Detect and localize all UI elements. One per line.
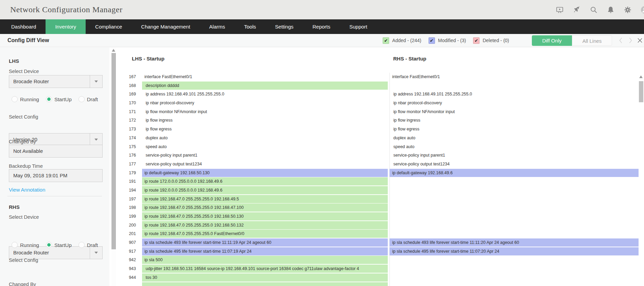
line-number: 194 xyxy=(0,186,136,194)
rhs-line xyxy=(389,177,639,186)
next-diff-icon[interactable] xyxy=(626,36,634,44)
diff-row: 198ip route 192.168.47.0 255.255.255.0 1… xyxy=(0,203,639,212)
diff-row: 170 ip nbar protocol-discovery ip nbar p… xyxy=(0,99,639,108)
nav-tab-reports[interactable]: Reports xyxy=(303,19,340,34)
diff-row: 167interface FastEthernet0/1interface Fa… xyxy=(0,73,639,82)
nav-tab-alarms[interactable]: Alarms xyxy=(200,19,235,34)
nav-tab-tools[interactable]: Tools xyxy=(234,19,265,34)
line-number: 168 xyxy=(0,82,136,90)
line-number: 174 xyxy=(0,134,136,142)
line-number: 944 xyxy=(0,273,136,282)
rhs-line: service-policy output test1234 xyxy=(389,160,639,169)
legend-item: ✔Deleted - (0) xyxy=(473,37,509,44)
lhs-line: ip sla 500 xyxy=(142,256,388,265)
line-number: 172 xyxy=(0,116,136,124)
view-mode-toggle: Diff Only All Lines xyxy=(532,35,612,46)
lhs-line: ip route 192.168.47.0 255.255.255.0 Fast… xyxy=(142,230,388,238)
line-number: 173 xyxy=(0,125,136,133)
diff-row: 172 ip flow ingress ip flow ingress xyxy=(0,116,639,125)
user-avatar[interactable] xyxy=(641,6,644,14)
previous-diff-icon[interactable] xyxy=(617,36,625,44)
line-number: 176 xyxy=(0,151,136,159)
scrollbar-thumb[interactable] xyxy=(639,81,643,102)
legend-label: Deleted - (0) xyxy=(483,38,509,43)
line-number: 199 xyxy=(0,212,136,220)
diff-row: 197ip route 192.168.47.0 255.255.255.0 1… xyxy=(0,195,639,204)
rocket-launch-icon[interactable] xyxy=(573,6,581,14)
diff-toolbar: Config Diff View ✔Added - (244)✔Modified… xyxy=(0,34,644,47)
lhs-panel-header: LHS - Startup xyxy=(132,56,164,61)
all-lines-button[interactable]: All Lines xyxy=(572,35,612,46)
title-bar: Network Configuration Manager xyxy=(0,0,644,19)
diff-row: 169 ip address 192.168.49.101 255.255.25… xyxy=(0,90,639,99)
diff-row: 191ip route 172.0.0.0 255.0.0.0 192.168.… xyxy=(0,177,639,186)
rhs-line xyxy=(389,212,639,221)
lhs-line: ip sla schedule 495 life forever start-t… xyxy=(142,247,388,256)
lhs-line: ip route 192.168.47.0 255.255.255.0 192.… xyxy=(142,203,388,212)
diff-row: 944 tos 30 xyxy=(0,273,639,282)
lhs-line: ip flow egress xyxy=(142,125,388,134)
line-number: 191 xyxy=(0,177,136,185)
diff-row: 943 udp-jitter 192.168.50.131 16584 sour… xyxy=(0,265,639,273)
diff-row: 194ip route 192.0.0.0 255.0.0.0 192.168.… xyxy=(0,186,639,195)
rhs-line: ip nbar protocol-discovery xyxy=(389,99,639,108)
notifications-bell-icon[interactable] xyxy=(607,6,615,14)
lhs-line: ip route 192.168.47.0 255.255.255.0 192.… xyxy=(142,195,388,204)
diff-row: 199ip route 192.168.47.0 255.255.255.0 1… xyxy=(0,212,639,221)
presentation-play-icon[interactable] xyxy=(556,6,564,14)
rhs-line: ip flow monitor NFAmonitor input xyxy=(389,108,639,117)
nav-tab-change-management[interactable]: Change Management xyxy=(132,19,199,34)
rhs-line: ip sla schedule 495 life forever start-t… xyxy=(389,247,639,256)
rhs-line xyxy=(389,230,639,238)
lhs-line: ip nbar protocol-discovery xyxy=(142,99,388,108)
line-number: 171 xyxy=(0,108,136,116)
rhs-line: speed auto xyxy=(389,143,639,151)
diff-row: 174 duplex auto duplex auto xyxy=(0,134,639,143)
rhs-line: ip flow egress xyxy=(389,125,639,134)
line-number: 943 xyxy=(0,265,136,273)
legend-checkbox[interactable]: ✔ xyxy=(473,37,480,44)
rhs-line: ip sla schedule 493 life forever start-t… xyxy=(389,238,639,247)
line-number: 917 xyxy=(0,247,136,255)
line-number: 167 xyxy=(0,73,136,81)
lhs-section-heading: LHS xyxy=(9,58,19,64)
nav-tab-compliance[interactable]: Compliance xyxy=(86,19,132,34)
nav-tab-settings[interactable]: Settings xyxy=(265,19,303,34)
diff-rows: 167interface FastEthernet0/1interface Fa… xyxy=(0,73,639,286)
line-number: 177 xyxy=(0,160,136,168)
lhs-line: ip route 172.0.0.0 255.0.0.0 192.168.49.… xyxy=(142,177,388,186)
scroll-up-arrow-icon[interactable] xyxy=(112,49,115,52)
lhs-line: ip flow monitor NFAmonitor input xyxy=(142,108,388,117)
lhs-line xyxy=(142,282,388,286)
nav-tab-support[interactable]: Support xyxy=(340,19,377,34)
line-number: 198 xyxy=(0,203,136,212)
lhs-line: duplex auto xyxy=(142,134,388,143)
legend-item: ✔Added - (244) xyxy=(383,37,421,44)
lhs-line: speed auto xyxy=(142,143,388,151)
legend-checkbox[interactable]: ✔ xyxy=(429,37,435,44)
legend-checkbox[interactable]: ✔ xyxy=(383,37,389,44)
close-icon[interactable] xyxy=(636,36,644,44)
line-number: 200 xyxy=(0,221,136,229)
diff-legend: ✔Added - (244)✔Modified - (3)✔Deleted - … xyxy=(383,37,516,44)
titlebar-icons xyxy=(556,0,644,19)
search-icon[interactable] xyxy=(590,6,598,14)
lhs-line: ip route 192.168.47.0 255.255.255.0 192.… xyxy=(142,221,388,230)
lhs-line: udp-jitter 192.168.50.131 16584 source-i… xyxy=(142,265,388,273)
nav-tab-inventory[interactable]: Inventory xyxy=(46,19,86,34)
diff-row: 173 ip flow egress ip flow egress xyxy=(0,125,639,134)
diff-row: 200ip route 192.168.47.0 255.255.255.0 1… xyxy=(0,221,639,230)
line-number: 170 xyxy=(0,99,136,107)
line-number: 197 xyxy=(0,195,136,203)
diff-only-button[interactable]: Diff Only xyxy=(532,35,572,46)
scroll-up-arrow-icon[interactable] xyxy=(639,75,643,78)
lhs-line: tos 30 xyxy=(142,273,388,282)
settings-gear-icon[interactable] xyxy=(624,6,632,14)
line-number: 175 xyxy=(0,143,136,151)
diff-row: 175 speed auto speed auto xyxy=(0,143,639,151)
rhs-line: ip default-gateway 192.168.49.6 xyxy=(389,169,639,178)
nav-tab-dashboard[interactable]: Dashboard xyxy=(2,19,46,34)
diff-row: 171 ip flow monitor NFAmonitor input ip … xyxy=(0,108,639,117)
lhs-line: ip sla schedule 493 life forever start-t… xyxy=(142,238,388,247)
rhs-line xyxy=(389,82,639,90)
